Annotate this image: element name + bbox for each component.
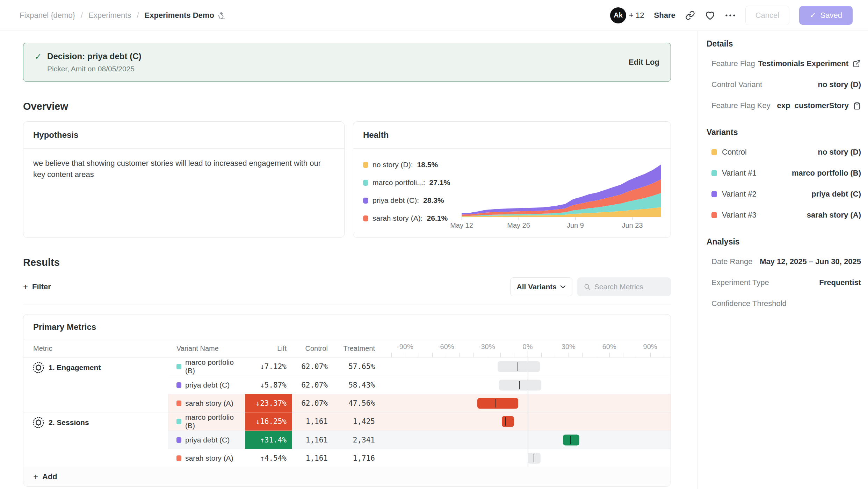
variants-dropdown[interactable]: All Variants bbox=[510, 277, 572, 296]
search-metrics[interactable] bbox=[577, 277, 671, 296]
ci-center-mark bbox=[496, 399, 496, 408]
variant-name: sarah story (A) bbox=[185, 454, 233, 462]
legend-chip bbox=[363, 215, 368, 221]
axis-label: 90% bbox=[643, 343, 657, 351]
ruler-tick bbox=[569, 353, 569, 357]
breadcrumb-current: Experiments Demo bbox=[145, 11, 226, 20]
control-value: 62.07% bbox=[292, 376, 338, 394]
collaborator-count: + 12 bbox=[629, 11, 644, 20]
edit-log-button[interactable]: Edit Log bbox=[629, 58, 659, 67]
analysis-label: Experiment Type bbox=[711, 278, 769, 287]
search-metrics-input[interactable] bbox=[594, 283, 665, 291]
ruler-tick bbox=[541, 353, 542, 357]
ci-center-mark bbox=[505, 417, 506, 426]
metric-row[interactable]: marco portfolio (B) ↓16.25% 1,161 1,425 bbox=[168, 412, 671, 431]
legend-name: marco portfoli...: bbox=[372, 178, 425, 187]
ruler-tick bbox=[609, 353, 610, 357]
detail-row-feature-flag-key: Feature Flag Key exp_customerStory bbox=[711, 101, 861, 110]
metric-name: 1. Engagement bbox=[49, 362, 101, 372]
detail-label: Feature Flag bbox=[711, 59, 755, 68]
control-value: 1,161 bbox=[292, 431, 338, 449]
treatment-value: 47.56% bbox=[338, 394, 385, 412]
column-variant-name: Variant Name bbox=[168, 340, 245, 357]
metric-row[interactable]: priya debt (C) ↓5.87% 62.07% 58.43% bbox=[168, 376, 671, 394]
ruler-tick bbox=[650, 353, 651, 357]
metric-row[interactable]: sarah story (A) ↑4.54% 1,161 1,716 bbox=[168, 449, 671, 467]
more-menu-button[interactable] bbox=[725, 14, 736, 17]
legend-item: sarah story (A): 26.1% bbox=[363, 214, 462, 222]
variant-chip bbox=[176, 364, 181, 369]
primary-metrics-title: Primary Metrics bbox=[33, 322, 661, 332]
decision-banner: ✓ Decision: priya debt (C) Picker, Amit … bbox=[23, 43, 671, 82]
ci-center-mark bbox=[519, 381, 520, 389]
ci-center-mark bbox=[570, 436, 571, 444]
breadcrumb-project[interactable]: Fixpanel {demo} bbox=[20, 11, 75, 20]
detail-value: Testimonials Experiment bbox=[758, 59, 848, 68]
metric-icon bbox=[32, 362, 44, 374]
topbar-actions: Ak + 12 Share Cancel ✓ Saved bbox=[610, 6, 853, 25]
treatment-value: 1,716 bbox=[338, 449, 385, 467]
metric-row[interactable]: marco portfolio (B) ↓7.12% 62.07% 57.65% bbox=[168, 357, 671, 376]
external-link-icon[interactable] bbox=[853, 59, 861, 68]
analysis-row-confidence-threshold: Confidence Threshold bbox=[711, 299, 861, 308]
variant-label: Variant #2 bbox=[722, 190, 757, 199]
add-metric-button[interactable]: + Add bbox=[33, 472, 57, 482]
copy-link-button[interactable] bbox=[685, 10, 695, 20]
legend-chip bbox=[363, 162, 368, 168]
details-section: Details Feature Flag Testimonials Experi… bbox=[707, 39, 861, 110]
add-label: Add bbox=[42, 472, 57, 481]
decision-title: Decision: priya debt (C) bbox=[47, 51, 141, 61]
legend-chip bbox=[363, 180, 368, 186]
x-tick-label: May 26 bbox=[507, 221, 530, 229]
ruler-tick bbox=[555, 353, 555, 357]
analysis-row-experiment-type: Experiment Type Frequentist bbox=[711, 278, 861, 287]
detail-value: no story (D) bbox=[818, 80, 861, 89]
metric-row[interactable]: priya debt (C) ↑31.4% 1,161 2,341 bbox=[168, 431, 671, 449]
variant-chip bbox=[176, 419, 181, 424]
variant-name: marco portfolio (B) bbox=[185, 358, 245, 375]
share-button[interactable]: Share bbox=[654, 11, 675, 20]
ruler-tick bbox=[446, 353, 446, 357]
cancel-button[interactable]: Cancel bbox=[745, 6, 789, 25]
metric-name: 2. Sessions bbox=[49, 417, 89, 427]
variant-chip bbox=[711, 149, 717, 155]
axis-label: 0% bbox=[523, 343, 533, 351]
add-filter-button[interactable]: + Filter bbox=[23, 282, 51, 292]
variant-value: priya debt (C) bbox=[811, 190, 861, 199]
legend-value: 27.1% bbox=[429, 178, 450, 187]
ruler-tick bbox=[419, 353, 419, 357]
main-content: ✓ Decision: priya debt (C) Picker, Amit … bbox=[0, 31, 697, 487]
details-heading: Details bbox=[707, 39, 861, 49]
chart-x-axis: May 12May 26Jun 9Jun 23 bbox=[462, 217, 661, 232]
legend-value: 18.5% bbox=[417, 161, 438, 169]
variant-chip bbox=[176, 437, 181, 443]
copy-icon[interactable] bbox=[853, 101, 861, 110]
divider bbox=[23, 305, 671, 305]
ci-bar bbox=[477, 398, 518, 409]
breadcrumb-experiments[interactable]: Experiments bbox=[88, 11, 131, 20]
control-value: 62.07% bbox=[292, 394, 338, 412]
ruler-tick bbox=[596, 353, 596, 357]
variants-dropdown-value: All Variants bbox=[517, 283, 557, 291]
hypothesis-title: Hypothesis bbox=[33, 130, 334, 140]
collaborators[interactable]: Ak + 12 bbox=[610, 7, 644, 23]
avatar[interactable]: Ak bbox=[610, 7, 626, 23]
saved-button[interactable]: ✓ Saved bbox=[799, 6, 853, 25]
lift-value: ↑31.4% bbox=[245, 431, 292, 449]
confidence-interval bbox=[385, 449, 671, 467]
analysis-row-date-range: Date Range May 12, 2025 – Jun 30, 2025 bbox=[711, 257, 861, 266]
variant-chip bbox=[711, 191, 717, 197]
health-legend: no story (D): 18.5% marco portfoli...: 2… bbox=[363, 156, 462, 232]
ruler-tick bbox=[500, 353, 501, 357]
axis-label: -90% bbox=[397, 343, 413, 351]
lift-value: ↓7.12% bbox=[245, 357, 292, 376]
variant-row: Control no story (D) bbox=[711, 148, 861, 157]
overview-heading: Overview bbox=[23, 101, 671, 112]
favorite-button[interactable] bbox=[705, 10, 715, 21]
analysis-value: Frequentist bbox=[819, 278, 861, 287]
variant-name: marco portfolio (B) bbox=[185, 413, 245, 430]
metric-row[interactable]: sarah story (A) ↓23.37% 62.07% 47.56% bbox=[168, 394, 671, 412]
confidence-interval bbox=[385, 394, 671, 412]
axis-label: 60% bbox=[602, 343, 616, 351]
analysis-label: Date Range bbox=[711, 257, 752, 266]
